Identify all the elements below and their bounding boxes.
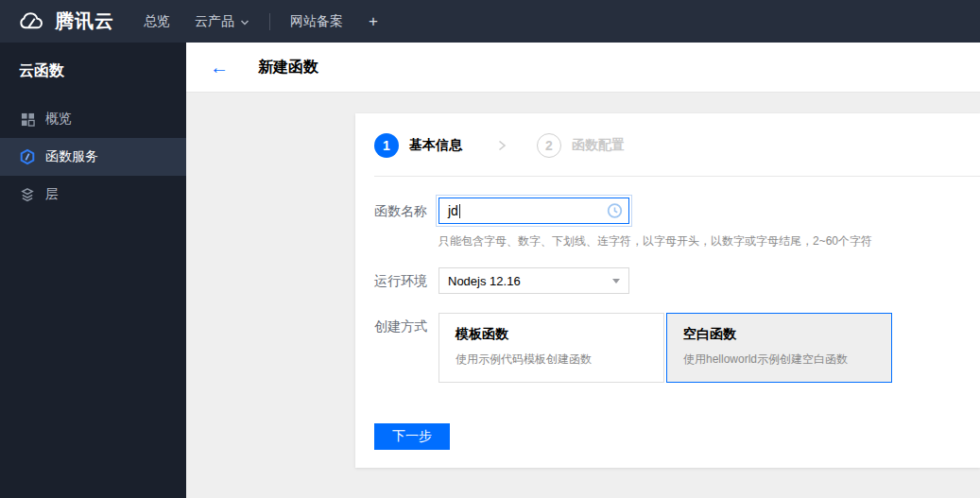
layers-icon	[19, 186, 36, 203]
tencent-cloud-console: 腾讯云 总览 云产品 网站备案 + 云函数	[0, 0, 980, 498]
grid-icon	[19, 111, 36, 128]
method-card-desc: 使用helloworld示例创建空白函数	[683, 352, 875, 368]
tencent-cloud-logo[interactable]: 腾讯云	[17, 9, 114, 34]
sidebar-item-function-service[interactable]: 函数服务	[0, 138, 186, 176]
topbar: 腾讯云 总览 云产品 网站备案 +	[0, 0, 980, 43]
runtime-label: 运行环境	[374, 267, 438, 294]
sidebar-title: 云函数	[0, 43, 186, 81]
clock-pending-icon	[607, 203, 623, 219]
runtime-row: 运行环境 Nodejs 12.16	[374, 267, 961, 294]
function-name-label: 函数名称	[374, 197, 438, 224]
nav-overview[interactable]: 总览	[144, 13, 170, 30]
sidebar-item-label: 概览	[45, 111, 72, 128]
method-cards: 模板函数 使用示例代码模板创建函数 空白函数 使用helloworld示例创建空…	[438, 313, 892, 383]
method-card-desc: 使用示例代码模板创建函数	[456, 352, 647, 368]
create-function-card: 1 基本信息 2 函数配置 函数名称 jd	[355, 113, 980, 468]
step-1-circle: 1	[374, 133, 399, 158]
method-card-title: 模板函数	[456, 326, 647, 343]
chevron-right-icon	[496, 139, 507, 152]
page-header: ← 新建函数	[186, 43, 980, 93]
topbar-nav: 总览 云产品 网站备案 +	[131, 0, 391, 43]
step-2-circle: 2	[537, 133, 561, 158]
text-cursor	[459, 204, 460, 218]
runtime-select[interactable]: Nodejs 12.16	[438, 267, 629, 294]
sidebar-item-label: 函数服务	[45, 148, 98, 165]
nav-cloud-products[interactable]: 云产品	[195, 13, 249, 30]
create-method-label: 创建方式	[374, 313, 438, 339]
sidebar-item-layers[interactable]: 层	[0, 176, 186, 214]
nav-divider	[269, 13, 270, 30]
function-name-input[interactable]: jd	[438, 197, 629, 224]
method-card-title: 空白函数	[683, 326, 875, 343]
method-card-template-function[interactable]: 模板函数 使用示例代码模板创建函数	[438, 313, 664, 383]
sidebar: 云函数 概览	[0, 43, 186, 498]
content-area: 1 基本信息 2 函数配置 函数名称 jd	[186, 93, 980, 498]
sidebar-menu: 概览 函数服务 层	[0, 100, 186, 214]
nav-add-tab-button[interactable]: +	[369, 12, 378, 31]
next-step-button[interactable]: 下一步	[374, 423, 450, 450]
cloud-logo-icon	[17, 10, 46, 32]
back-arrow-button[interactable]: ←	[210, 58, 229, 77]
wizard-steps: 1 基本信息 2 函数配置	[355, 113, 980, 159]
chevron-down-icon	[240, 19, 249, 26]
sidebar-item-overview[interactable]: 概览	[0, 100, 186, 138]
step-1-label: 基本信息	[409, 137, 462, 154]
create-function-form: 函数名称 jd 只能包含字母、数字、下划线、连字符，以字母开头，以数字或字母结尾…	[355, 197, 980, 450]
step-2-label: 函数配置	[572, 137, 625, 154]
function-name-value: jd	[448, 203, 458, 218]
sidebar-item-label: 层	[45, 186, 59, 203]
runtime-selected-value: Nodejs 12.16	[448, 274, 521, 288]
dropdown-caret-icon	[612, 279, 620, 283]
nav-website-beian[interactable]: 网站备案	[290, 13, 343, 30]
page-title: 新建函数	[258, 58, 318, 77]
steps-divider	[374, 176, 980, 177]
brand-name: 腾讯云	[55, 9, 114, 34]
function-hexagon-icon	[19, 148, 36, 165]
function-name-row: 函数名称 jd	[374, 197, 961, 224]
create-method-row: 创建方式 模板函数 使用示例代码模板创建函数 空白函数 使用helloworld…	[374, 313, 961, 383]
function-name-hint: 只能包含字母、数字、下划线、连字符，以字母开头，以数字或字母结尾，2~60个字符	[438, 233, 961, 249]
method-card-blank-function[interactable]: 空白函数 使用helloworld示例创建空白函数	[666, 313, 892, 383]
